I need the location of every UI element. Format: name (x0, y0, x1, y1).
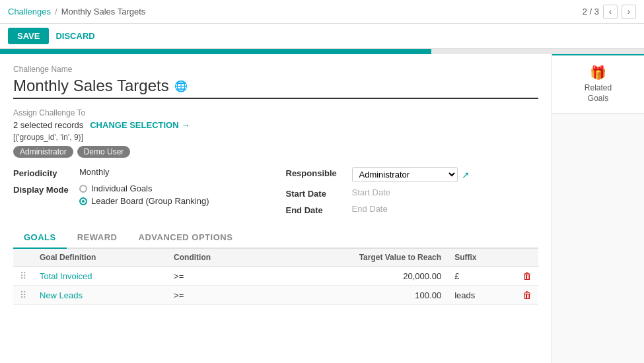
domain-filter: [('groups_id', 'in', 9)] (13, 133, 538, 142)
start-date-label: Start Date (286, 187, 345, 199)
tab-goals[interactable]: GOALS (13, 227, 67, 249)
progress-area (0, 49, 644, 54)
condition-2: >= (167, 286, 264, 305)
selected-records-count: 2 selected records (13, 120, 83, 130)
main-layout: Challenge Name Monthly Sales Targets 🌐 A… (0, 54, 644, 363)
goals-table: Goal Definition Condition Target Value t… (13, 249, 538, 305)
tab-advanced-options[interactable]: ADVANCED OPTIONS (128, 227, 244, 249)
form-grid: Periodicity Monthly Display Mode Individ… (13, 167, 538, 215)
sidebar-label-related-goals: RelatedGoals (585, 83, 612, 104)
prev-record-button[interactable]: ‹ (603, 5, 618, 19)
tabs: GOALS REWARD ADVANCED OPTIONS (13, 227, 538, 249)
display-mode-options: Individual Goals Leader Board (Group Ran… (79, 183, 209, 206)
challenge-name-field: Monthly Sales Targets 🌐 (13, 77, 538, 99)
tag-demo-user: Demo User (77, 146, 131, 158)
start-date-value[interactable]: Start Date (352, 187, 539, 197)
goal-link-total-invoiced[interactable]: Total Invoiced (40, 271, 92, 281)
responsible-select[interactable]: Administrator (352, 167, 458, 182)
radio-individual-goals[interactable]: Individual Goals (79, 183, 209, 193)
external-link-icon[interactable]: ↗ (462, 170, 470, 180)
sidebar-item-related-goals[interactable]: 🎁 RelatedGoals (552, 54, 644, 114)
arrow-right-icon: → (182, 120, 190, 130)
col-goal-definition: Goal Definition (33, 249, 167, 267)
drag-handle-1[interactable]: ⠿ (20, 271, 26, 281)
record-navigation: 2 / 3 ‹ › (583, 5, 636, 19)
challenge-name-label: Challenge Name (13, 65, 538, 74)
tab-reward[interactable]: REWARD (67, 227, 128, 249)
sidebar: 🎁 RelatedGoals (552, 54, 644, 363)
challenge-name-value[interactable]: Monthly Sales Targets (13, 77, 169, 95)
action-bar: SAVE DISCARD (0, 24, 644, 49)
table-row: ⠿ New Leads >= 100.00 leads 🗑 (13, 286, 538, 305)
periodicity-value: Monthly (79, 167, 266, 177)
discard-button[interactable]: DISCARD (55, 31, 94, 41)
condition-1: >= (167, 267, 264, 286)
responsible-row: Administrator ↗ (352, 167, 470, 182)
tag-administrator: Administrator (13, 146, 73, 158)
change-selection-button[interactable]: CHANGE SELECTION → (90, 120, 190, 130)
breadcrumb-current: Monthly Sales Targets (61, 7, 146, 16)
display-mode-label: Display Mode (13, 183, 73, 195)
target-2: 100.00 (264, 286, 448, 305)
assign-label: Assign Challenge To (13, 108, 538, 117)
periodicity-label: Periodicity (13, 167, 73, 178)
end-date-label: End Date (286, 204, 345, 215)
periodicity-field: Periodicity Monthly Display Mode Individ… (13, 167, 266, 215)
gift-icon: 🎁 (590, 65, 606, 81)
col-drag (13, 249, 33, 267)
col-actions (516, 249, 538, 267)
delete-row-1-button[interactable]: 🗑 (522, 271, 532, 281)
end-date-value[interactable]: End Date (352, 204, 539, 214)
suffix-1: £ (448, 267, 516, 286)
drag-handle-2[interactable]: ⠿ (20, 290, 26, 300)
radio-circle-individual (79, 185, 87, 193)
tags-container: Administrator Demo User (13, 146, 538, 158)
next-record-button[interactable]: › (622, 5, 636, 19)
responsible-label: Responsible (286, 167, 345, 178)
responsible-section: Responsible Administrator ↗ Start Date S… (286, 167, 539, 215)
col-condition: Condition (167, 249, 264, 267)
radio-label-leaderboard: Leader Board (Group Ranking) (91, 196, 209, 206)
delete-row-2-button[interactable]: 🗑 (522, 290, 532, 300)
col-target: Target Value to Reach (264, 249, 448, 267)
assign-row: 2 selected records CHANGE SELECTION → (13, 120, 538, 130)
table-row: ⠿ Total Invoiced >= 20,000.00 £ 🗑 (13, 267, 538, 286)
breadcrumb-separator: / (55, 7, 57, 16)
radio-leaderboard[interactable]: Leader Board (Group Ranking) (79, 196, 209, 206)
save-button[interactable]: SAVE (8, 28, 49, 44)
goal-link-new-leads[interactable]: New Leads (40, 290, 83, 300)
col-suffix: Suffix (448, 249, 516, 267)
assign-section: Assign Challenge To 2 selected records C… (13, 108, 538, 158)
suffix-2: leads (448, 286, 516, 305)
radio-circle-leaderboard (79, 197, 87, 205)
breadcrumb-parent[interactable]: Challenges (8, 7, 51, 16)
globe-icon: 🌐 (174, 80, 188, 92)
top-bar: Challenges / Monthly Sales Targets 2 / 3… (0, 0, 644, 24)
radio-label-individual: Individual Goals (91, 183, 153, 193)
content-area: Challenge Name Monthly Sales Targets 🌐 A… (0, 54, 552, 363)
progress-bar (0, 49, 431, 54)
breadcrumb: Challenges / Monthly Sales Targets (8, 7, 583, 16)
record-position: 2 / 3 (583, 7, 599, 16)
target-1: 20,000.00 (264, 267, 448, 286)
